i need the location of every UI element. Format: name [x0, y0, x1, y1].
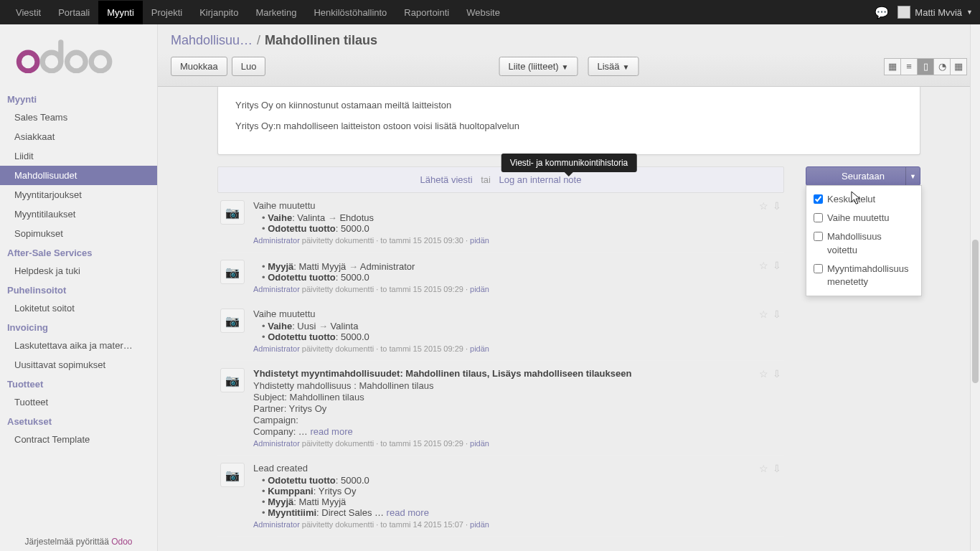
sidebar-item[interactable]: Mahdollisuudet: [0, 166, 157, 185]
message-meta: Administrator päivitetty dokumentti · to…: [253, 439, 750, 448]
more-button[interactable]: Lisää▼: [588, 57, 639, 76]
message: 📷Vaihe muutettuVaihe: Valinta → EhdotusO…: [217, 193, 784, 253]
sidebar-item[interactable]: Liidit: [0, 146, 157, 166]
message-author[interactable]: Administrator: [253, 344, 300, 353]
nav-item[interactable]: Portaali: [50, 1, 98, 24]
nav-item[interactable]: Viestit: [7, 1, 50, 24]
chevron-down-icon[interactable]: ▼: [905, 167, 920, 185]
sidebar-item[interactable]: Laskutettava aika ja mater…: [0, 336, 157, 355]
message-field-change: Myyjä: Matti Myyjä → Administrator: [262, 261, 750, 272]
read-more-link[interactable]: read more: [387, 507, 429, 518]
message-meta: Administrator päivitetty dokumentti · to…: [253, 520, 750, 529]
sidebar-item[interactable]: Helpdesk ja tuki: [0, 261, 157, 281]
star-icon[interactable]: ☆: [759, 368, 768, 380]
download-icon[interactable]: ⇩: [773, 309, 781, 320]
message-body-line: Subject: Mahdollinen tilaus: [253, 392, 750, 402]
chatter: Lähetä viesti tai Log an internal note 📷…: [217, 166, 784, 537]
sidebar-item[interactable]: Lokitetut soitot: [0, 298, 157, 318]
message-body-line: Campaign:: [253, 415, 750, 425]
sidebar-item[interactable]: Sales Teams: [0, 108, 157, 127]
nav-item[interactable]: Raportointi: [395, 1, 458, 24]
read-more-link[interactable]: read more: [310, 426, 352, 437]
kanban-view-button[interactable]: ▦: [884, 58, 901, 75]
follow-option[interactable]: Vaihe muutettu: [806, 209, 921, 227]
keep-link[interactable]: pidän: [470, 236, 489, 245]
send-message-link[interactable]: Lähetä viesti: [420, 174, 473, 185]
checkbox[interactable]: [814, 213, 823, 222]
message-field-change: Vaihe: Valinta → Ehdotus: [262, 212, 750, 223]
star-icon[interactable]: ☆: [759, 200, 768, 212]
star-icon[interactable]: ☆: [759, 260, 768, 271]
breadcrumb: Mahdollisuu… / Mahdollinen tilaus: [158, 24, 980, 54]
star-icon[interactable]: ☆: [759, 463, 768, 474]
sidebar-section-header: Myynti: [0, 90, 157, 108]
sidebar-item[interactable]: Tuotteet: [0, 392, 157, 412]
download-icon[interactable]: ⇩: [773, 463, 781, 474]
create-button[interactable]: Luo: [232, 57, 266, 76]
message-field-change: Odotettu tuotto: 5000.0: [262, 272, 750, 283]
toolbar: Muokkaa Luo Liite (liitteet)▼ Lisää▼ ▦ ≡…: [158, 54, 980, 87]
nav-item[interactable]: Marketing: [247, 1, 305, 24]
sidebar-item[interactable]: Myyntitilaukset: [0, 204, 157, 224]
powered-by: Järjestelmää pyörittää Odoo: [0, 537, 157, 547]
nav-item[interactable]: Henkilöstöhallinto: [305, 1, 395, 24]
sidebar-item[interactable]: Contract Template: [0, 430, 157, 449]
page-title: Mahdollinen tilaus: [265, 33, 377, 48]
edit-button[interactable]: Muokkaa: [171, 57, 227, 76]
follow-option[interactable]: Myyntimahdollisuus menetetty: [806, 260, 921, 291]
nav-item[interactable]: Website: [458, 1, 509, 24]
message-body-line: Company: … read more: [253, 426, 750, 437]
top-navbar: ViestitPortaaliMyyntiProjektiKirjanpitoM…: [0, 0, 980, 24]
follow-option[interactable]: Keskustelut: [806, 190, 921, 209]
message-body-line: Yhdistetty mahdollisuus : Mahdollinen ti…: [253, 380, 750, 391]
message-title: Lead created: [253, 463, 750, 474]
sidebar-item[interactable]: Myyntitarjoukset: [0, 185, 157, 204]
chevron-down-icon: ▼: [623, 63, 630, 71]
avatar-icon: 📷: [220, 260, 245, 284]
sidebar-item[interactable]: Asiakkaat: [0, 127, 157, 146]
sidebar-section-header: After-Sale Services: [0, 243, 157, 261]
follow-button[interactable]: Seurataan ▼: [806, 166, 920, 186]
scrollbar[interactable]: [970, 24, 980, 551]
message-author[interactable]: Administrator: [253, 520, 300, 529]
left-sidebar: MyyntiSales TeamsAsiakkaatLiiditMahdolli…: [0, 24, 158, 551]
keep-link[interactable]: pidän: [470, 439, 489, 448]
message-field-change: Odotettu tuotto: 5000.0: [262, 331, 750, 342]
message-field-change: Myyjä: Matti Myyjä: [262, 496, 750, 507]
message: 📷Yhdistetyt myyntimahdollisuudet: Mahdol…: [217, 361, 784, 456]
user-menu[interactable]: Matti Mvviä ▼: [897, 6, 973, 19]
download-icon[interactable]: ⇩: [773, 368, 781, 380]
nav-item[interactable]: Myynti: [98, 1, 143, 24]
sidebar-section-header: Puhelinsoitot: [0, 281, 157, 298]
keep-link[interactable]: pidän: [470, 344, 489, 353]
keep-link[interactable]: pidän: [470, 285, 489, 293]
message-author[interactable]: Administrator: [253, 236, 300, 245]
follow-option[interactable]: Mahdollisuus voitettu: [806, 227, 921, 259]
svg-point-3: [91, 52, 110, 71]
download-icon[interactable]: ⇩: [773, 200, 781, 212]
message-meta: Administrator päivitetty dokumentti · to…: [253, 285, 750, 293]
checkbox[interactable]: [814, 194, 823, 204]
attachment-button[interactable]: Liite (liitteet)▼: [499, 57, 578, 76]
odoo-link[interactable]: Odoo: [111, 537, 132, 547]
list-view-button[interactable]: ≡: [900, 58, 918, 75]
calendar-view-button[interactable]: ▦: [950, 58, 967, 75]
message-author[interactable]: Administrator: [253, 285, 300, 293]
chat-icon[interactable]: 💬: [875, 6, 889, 19]
form-view-button[interactable]: ▯: [917, 58, 934, 75]
tooltip: Viesti- ja kommunikointihistoria: [501, 154, 637, 172]
star-icon[interactable]: ☆: [759, 309, 768, 320]
nav-item[interactable]: Kirjanpito: [191, 1, 247, 24]
avatar-icon: 📷: [220, 463, 245, 487]
nav-item[interactable]: Projekti: [143, 1, 191, 24]
sidebar-item[interactable]: Sopimukset: [0, 224, 157, 243]
message-field-change: Vaihe: Uusi → Valinta: [262, 321, 750, 331]
graph-view-button[interactable]: ◔: [933, 58, 951, 75]
sidebar-item[interactable]: Uusittavat sopimukset: [0, 355, 157, 375]
download-icon[interactable]: ⇩: [773, 260, 781, 271]
message-author[interactable]: Administrator: [253, 439, 300, 448]
breadcrumb-parent[interactable]: Mahdollisuu…: [171, 33, 253, 48]
keep-link[interactable]: pidän: [470, 520, 489, 529]
checkbox[interactable]: [814, 264, 823, 273]
checkbox[interactable]: [814, 232, 823, 241]
